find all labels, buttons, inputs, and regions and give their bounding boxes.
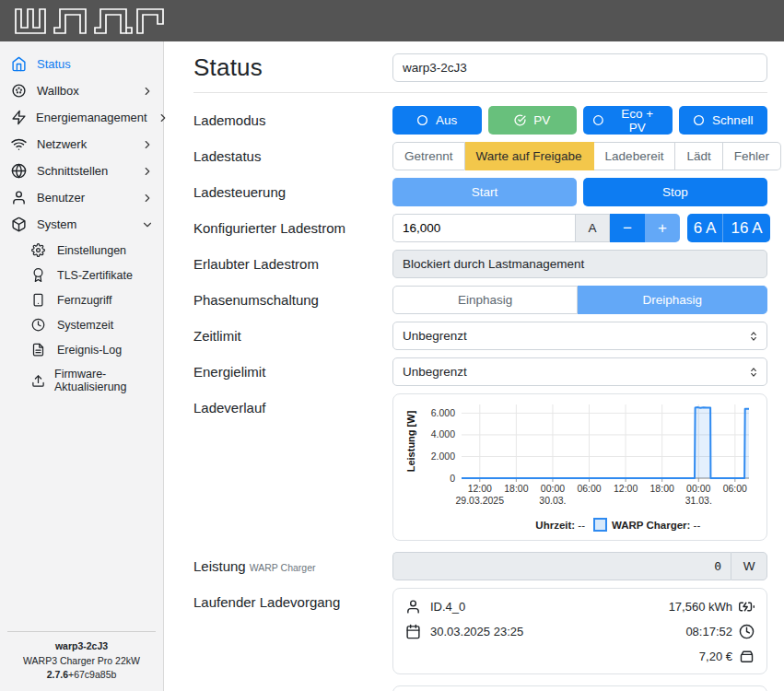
laufender-ladevorgang-row: Laufender Ladevorgang ID.4_0 17,560 kWh xyxy=(193,588,767,674)
chevron-right-icon xyxy=(141,85,154,98)
svg-text:18:00: 18:00 xyxy=(650,483,674,494)
sidebar-item-wallbox[interactable]: Wallbox xyxy=(0,77,163,104)
device-name-input[interactable] xyxy=(392,53,767,82)
sidebar-item-schnittstellen[interactable]: Schnittstellen xyxy=(0,158,163,184)
sidebar-item-label: Energiemanagement xyxy=(36,111,147,124)
energielimit-select[interactable]: Unbegrenzt xyxy=(392,357,767,386)
upload-icon xyxy=(31,374,45,388)
energielimit-label: Energielimit xyxy=(193,364,392,380)
lightning-icon xyxy=(11,110,27,125)
device-model: WARP3 Charger Pro 22kW xyxy=(11,654,152,668)
select-caret-icon xyxy=(747,330,760,343)
select-caret-icon xyxy=(747,366,760,379)
main-content: Status Lademodus Aus PV Eco + PV xyxy=(164,41,784,691)
sidebar-item-label: Einstellungen xyxy=(57,244,126,257)
sidebar-item-tls-zertifikate[interactable]: TLS-Zertifikate xyxy=(0,263,163,287)
preset-6a-button[interactable]: 6 A xyxy=(687,214,722,242)
sidebar-item-label: Benutzer xyxy=(37,191,85,205)
sidebar-item-energiemanagement[interactable]: Energiemanagement xyxy=(0,104,163,131)
svg-text:00:00: 00:00 xyxy=(686,483,710,494)
sidebar: Status Wallbox Energiemanagement N xyxy=(0,41,164,691)
sidebar-item-label: Schnittstellen xyxy=(37,164,108,178)
sidebar-item-systemzeit[interactable]: Systemzeit xyxy=(0,312,163,337)
sidebar-item-label: Wallbox xyxy=(37,84,79,98)
sidebar-item-label: Ereignis-Log xyxy=(57,344,122,357)
sidebar-item-label: Status xyxy=(37,57,71,71)
zeitlimit-select[interactable]: Unbegrenzt xyxy=(392,322,767,350)
session-start-time: 30.03.2025 23:25 xyxy=(430,625,523,638)
box-icon xyxy=(11,217,28,232)
laufender-ladevorgang-label: Laufender Ladevorgang xyxy=(193,588,392,616)
user-icon xyxy=(11,190,28,205)
start-button[interactable]: Start xyxy=(392,178,577,206)
stop-button[interactable]: Stop xyxy=(583,178,767,206)
preset-16a-button[interactable]: 16 A xyxy=(722,214,770,242)
lademodus-row: Lademodus Aus PV Eco + PV Schnell xyxy=(193,106,767,135)
page-title: Status xyxy=(193,53,392,82)
svg-text:12:00: 12:00 xyxy=(614,483,638,494)
ladeverlauf-chart[interactable]: 02.0004.0006.00012:0029.03.202518:0000:0… xyxy=(392,393,767,541)
charger-socket-icon xyxy=(11,83,28,99)
ladestrom-input[interactable] xyxy=(392,214,575,242)
decrement-button[interactable]: − xyxy=(610,214,645,242)
title-row: Status xyxy=(193,53,767,82)
svg-text:00:00: 00:00 xyxy=(541,483,565,494)
session-duration: 08:17:52 xyxy=(685,625,732,638)
sidebar-item-einstellungen[interactable]: Einstellungen xyxy=(0,238,163,263)
smartphone-icon xyxy=(31,293,48,307)
radio-circle-icon xyxy=(592,114,604,126)
mode-pv-button[interactable]: PV xyxy=(488,106,578,135)
svg-text:Leistung [W]: Leistung [W] xyxy=(405,410,416,472)
status-ladebereit: Ladebereit xyxy=(594,142,676,170)
sidebar-item-netzwerk[interactable]: Netzwerk xyxy=(0,131,163,158)
erlaubter-ladestrom-label: Erlaubter Ladestrom xyxy=(193,256,392,272)
ampere-unit-addon: A xyxy=(575,214,610,242)
leistung-value: 0 xyxy=(392,552,731,580)
divider xyxy=(193,92,767,93)
sidebar-item-label: Firmware-Aktualisierung xyxy=(54,368,154,393)
radio-circle-icon xyxy=(693,114,705,126)
zeitlimit-row: Zeitlimit Unbegrenzt xyxy=(193,322,767,350)
ladestrom-row: Konfigurierter Ladestrom A − + 6 A 16 A xyxy=(193,214,767,242)
sidebar-item-firmware-aktualisierung[interactable]: Firmware-Aktualisierung xyxy=(0,362,163,399)
ladeverlauf-label: Ladeverlauf xyxy=(193,393,392,422)
svg-text:4.000: 4.000 xyxy=(431,428,455,439)
lademodus-label: Lademodus xyxy=(193,112,392,128)
dreiphasig-button[interactable]: Dreiphasig xyxy=(578,286,767,314)
laufender-ladevorgang-card: ID.4_0 17,560 kWh 30.03.2025 23:25 08:17… xyxy=(392,588,767,674)
mode-schnell-button[interactable]: Schnell xyxy=(679,106,768,135)
increment-button[interactable]: + xyxy=(645,214,680,242)
einphasig-button[interactable]: Einphasig xyxy=(392,286,578,314)
chevron-right-icon xyxy=(141,165,154,178)
svg-text:31.03.: 31.03. xyxy=(685,495,712,506)
sidebar-item-status[interactable]: Status xyxy=(0,51,163,77)
sidebar-item-ereignis-log[interactable]: Ereignis-Log xyxy=(0,337,163,362)
sidebar-item-label: TLS-Zertifikate xyxy=(57,269,133,282)
status-fehler: Fehler xyxy=(723,142,781,170)
svg-text:2.000: 2.000 xyxy=(431,451,455,462)
firmware-version: 2.7.6+67c9a85b xyxy=(11,668,152,682)
wifi-icon xyxy=(11,136,28,152)
svg-text:06:00: 06:00 xyxy=(723,483,747,494)
sidebar-item-benutzer[interactable]: Benutzer xyxy=(0,184,163,211)
svg-text:29.03.2025: 29.03.2025 xyxy=(456,495,505,506)
sidebar-item-fernzugriff[interactable]: Fernzugriff xyxy=(0,287,163,312)
svg-text:0: 0 xyxy=(450,473,455,484)
mode-eco-pv-button[interactable]: Eco + PV xyxy=(583,106,673,135)
session-energy: 17,560 kWh xyxy=(669,600,732,614)
wallet-icon xyxy=(739,649,755,664)
svg-text:18:00: 18:00 xyxy=(504,483,528,494)
energielimit-row: Energielimit Unbegrenzt xyxy=(193,357,767,386)
watt-unit-addon: W xyxy=(731,552,767,580)
globe-icon xyxy=(11,163,28,179)
sidebar-item-system[interactable]: System xyxy=(0,211,163,238)
mode-aus-button[interactable]: Aus xyxy=(392,106,482,135)
clock-icon xyxy=(739,624,755,639)
sidebar-item-label: System xyxy=(37,217,76,231)
zeitlimit-label: Zeitlimit xyxy=(193,328,392,344)
phasenumschaltung-label: Phasenumschaltung xyxy=(193,292,392,308)
check-circle-icon xyxy=(514,114,526,126)
ladestatus-row: Ladestatus Getrennt Warte auf Freigabe L… xyxy=(193,142,767,170)
award-icon xyxy=(31,268,48,282)
letzte-ladevorgaenge-card xyxy=(392,685,767,691)
